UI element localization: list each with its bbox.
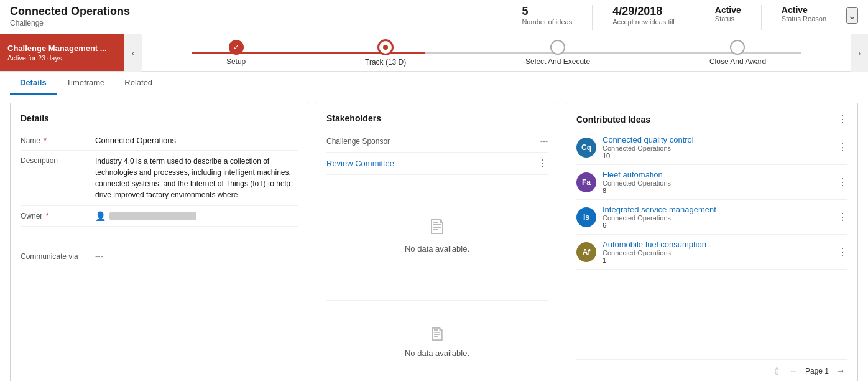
tab-timeframe[interactable]: Timeframe bbox=[57, 72, 115, 95]
idea-org: Connected Operations bbox=[603, 179, 831, 187]
step-close: Close And Award bbox=[709, 40, 766, 66]
list-item: Is Integrated service management Connect… bbox=[576, 200, 847, 235]
progress-nav-right[interactable]: › bbox=[851, 34, 868, 72]
progress-nav-left[interactable]: ‹ bbox=[124, 34, 142, 72]
sponsor-label: Challenge Sponsor bbox=[326, 137, 390, 146]
header-chevron-button[interactable]: ⌄ bbox=[846, 7, 858, 24]
step-circle-track bbox=[377, 39, 394, 55]
idea-menu-button[interactable]: ⋮ bbox=[838, 211, 847, 223]
owner-required: * bbox=[46, 212, 49, 220]
status-label: Status bbox=[715, 15, 734, 22]
committee-menu-button[interactable]: ⋮ bbox=[538, 158, 548, 169]
step-track: Track (13 D) bbox=[365, 39, 406, 67]
committee-no-data: 🖹 No data available. bbox=[326, 175, 548, 295]
stat-date: 4/29/2018 Accept new ideas till bbox=[612, 5, 675, 26]
no-data-icon-1: 🖹 bbox=[427, 216, 447, 239]
idea-info: Connected quality control Connected Oper… bbox=[603, 135, 831, 159]
header-left: Connected Operations Challenge bbox=[10, 5, 130, 27]
tab-details[interactable]: Details bbox=[10, 72, 57, 95]
idea-menu-button[interactable]: ⋮ bbox=[838, 176, 847, 188]
list-item: Fa Fleet automation Connected Operations… bbox=[576, 165, 847, 200]
step-setup: ✓ Setup bbox=[226, 40, 246, 66]
divider bbox=[592, 5, 593, 30]
status-reason-value: Active bbox=[782, 5, 808, 15]
no-data-text-1: No data available. bbox=[405, 244, 469, 253]
idea-menu-button[interactable]: ⋮ bbox=[838, 141, 847, 153]
ideas-list: Cq Connected quality control Connected O… bbox=[576, 130, 847, 359]
header-stats: 5 Number of ideas 4/29/2018 Accept new i… bbox=[522, 5, 826, 30]
idea-info: Automobile fuel consumption Connected Op… bbox=[603, 240, 831, 264]
divider2 bbox=[695, 5, 695, 30]
name-required: * bbox=[44, 136, 47, 145]
name-label: Name * bbox=[21, 136, 95, 145]
person-icon: 👤 bbox=[95, 211, 106, 221]
main-content: Details Name * Connected Operations Desc… bbox=[0, 95, 868, 381]
idea-info: Fleet automation Connected Operations 8 bbox=[603, 170, 831, 194]
sponsor-no-data: 🖹 No data available. bbox=[326, 300, 548, 378]
page-subtitle: Challenge bbox=[10, 19, 130, 27]
status-reason-label: Status Reason bbox=[782, 15, 826, 22]
idea-avatar: Af bbox=[576, 242, 596, 262]
name-value: Connected Operations bbox=[95, 136, 298, 145]
pagination: ⟪ ← Page 1 → bbox=[576, 359, 847, 377]
idea-name[interactable]: Integrated service management bbox=[603, 205, 831, 214]
date-label: Accept new ideas till bbox=[612, 18, 675, 26]
idea-count: 8 bbox=[603, 187, 831, 194]
stakeholders-panel: Stakeholders Challenge Sponsor --- Revie… bbox=[316, 103, 558, 381]
idea-menu-button[interactable]: ⋮ bbox=[838, 246, 847, 258]
step-circle-setup: ✓ bbox=[229, 40, 244, 55]
list-item: Cq Connected quality control Connected O… bbox=[576, 130, 847, 165]
owner-name-blurred bbox=[109, 212, 196, 220]
idea-info: Integrated service management Connected … bbox=[603, 205, 831, 229]
page-first-button[interactable]: ⟪ bbox=[772, 365, 782, 377]
communicate-value: --- bbox=[95, 252, 298, 261]
page-title: Connected Operations bbox=[10, 5, 130, 18]
stat-status-reason: Active Status Reason bbox=[782, 5, 826, 22]
idea-count: 6 bbox=[603, 222, 831, 229]
owner-value: 👤 bbox=[95, 211, 298, 221]
page-prev-button[interactable]: ← bbox=[787, 365, 800, 377]
no-data-icon-2: 🖹 bbox=[428, 324, 446, 345]
idea-name[interactable]: Fleet automation bbox=[603, 170, 831, 179]
date-value: 4/29/2018 bbox=[612, 5, 662, 18]
communicate-label: Communicate via bbox=[21, 252, 95, 261]
idea-org: Connected Operations bbox=[603, 144, 831, 152]
detail-row-desc: Description Industry 4.0 is a term used … bbox=[21, 151, 298, 206]
list-item: Af Automobile fuel consumption Connected… bbox=[576, 235, 847, 270]
owner-row: 👤 bbox=[95, 211, 298, 221]
status-value: Active bbox=[715, 5, 741, 15]
idea-name[interactable]: Connected quality control bbox=[603, 135, 831, 144]
sponsor-value: --- bbox=[540, 137, 548, 146]
stakeholders-panel-title: Stakeholders bbox=[326, 113, 548, 123]
step-label-select: Select And Execute bbox=[525, 57, 590, 66]
idea-avatar: Is bbox=[576, 207, 596, 227]
tab-related[interactable]: Related bbox=[114, 72, 162, 95]
header: Connected Operations Challenge 5 Number … bbox=[0, 0, 868, 34]
divider3 bbox=[761, 5, 762, 30]
challenge-badge: Challenge Management ... Active for 23 d… bbox=[0, 34, 124, 71]
idea-avatar: Fa bbox=[576, 172, 596, 192]
no-data-text-2: No data available. bbox=[405, 349, 469, 358]
ideas-menu-button[interactable]: ⋮ bbox=[838, 113, 847, 125]
detail-row-owner: Owner * 👤 bbox=[21, 206, 298, 227]
ideas-label: Number of ideas bbox=[522, 18, 572, 26]
badge-subtitle: Active for 23 days bbox=[7, 54, 117, 62]
page-next-button[interactable]: → bbox=[834, 365, 847, 377]
step-select: Select And Execute bbox=[525, 40, 590, 66]
desc-value: Industry 4.0 is a term used to describe … bbox=[95, 156, 298, 200]
progress-track: ✓ Setup Track (13 D) Select And Execute … bbox=[142, 39, 851, 67]
desc-label: Description bbox=[21, 156, 95, 165]
step-label-close: Close And Award bbox=[709, 57, 766, 66]
idea-org: Connected Operations bbox=[603, 249, 831, 256]
header-right: 5 Number of ideas 4/29/2018 Accept new i… bbox=[522, 5, 858, 30]
details-panel-title: Details bbox=[21, 113, 298, 123]
committee-row: Review Committee ⋮ bbox=[326, 153, 548, 175]
step-circle-close bbox=[730, 40, 745, 55]
idea-name[interactable]: Automobile fuel consumption bbox=[603, 240, 831, 249]
step-circle-select bbox=[550, 40, 565, 55]
idea-org: Connected Operations bbox=[603, 214, 831, 222]
sponsor-row: Challenge Sponsor --- bbox=[326, 131, 548, 153]
step-label-setup: Setup bbox=[226, 57, 246, 66]
tab-bar: Details Timeframe Related bbox=[0, 72, 868, 95]
progress-section: Challenge Management ... Active for 23 d… bbox=[0, 34, 868, 72]
